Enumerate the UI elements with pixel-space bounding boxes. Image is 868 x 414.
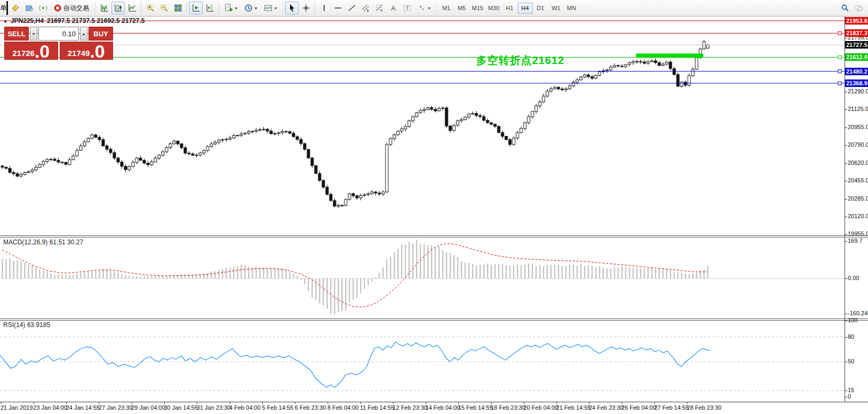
price-badge-21368.9[interactable]: 21368.9 [845, 79, 868, 87]
pivot-annotation: 多空转折点21612 [476, 53, 565, 68]
time-label: 23 Jan 04:00 [33, 404, 67, 411]
price-badge-21837.3[interactable]: 21837.3 [845, 29, 868, 37]
time-label: 24 Feb 23:30 [589, 404, 623, 411]
level-handle[interactable] [838, 70, 841, 73]
toolbar-separator [187, 2, 187, 14]
dropdown-caret-icon: ▾ [275, 6, 277, 11]
sell-price-display[interactable]: 21726.0 [4, 42, 58, 60]
arrows-button[interactable]: ▾ [414, 2, 433, 14]
fibonacci-button[interactable]: F [373, 2, 386, 14]
rsi-tick-label: 80 [848, 333, 854, 340]
chat-icon [854, 4, 863, 12]
timeframe-w1[interactable]: W1 [549, 3, 564, 14]
rsi-tick-label: 50 [848, 358, 854, 364]
market-watch-button[interactable] [22, 2, 36, 14]
chart-shift-icon [206, 4, 214, 12]
text-button[interactable]: A [387, 2, 400, 14]
rsi-tick-dash [845, 397, 847, 397]
volume-increase-button[interactable]: ▴ [80, 27, 87, 41]
zoom-in-button[interactable] [143, 2, 157, 14]
trendline-icon [348, 4, 356, 12]
channel-button[interactable]: E [359, 2, 372, 14]
macd-tick-dash [845, 241, 847, 242]
level-handle[interactable] [838, 82, 841, 85]
trendline-button[interactable] [345, 2, 358, 14]
price-tick-label: 21125.0 [848, 106, 868, 112]
horizontal-line-button[interactable] [331, 2, 344, 14]
vertical-line-icon [320, 4, 328, 12]
timeframe-d1[interactable]: D1 [533, 3, 548, 14]
macd-label: MACD(12,26,9) 61.51 30.27 [3, 238, 83, 246]
time-label: 28 Feb 23:30 [687, 404, 721, 411]
bar-chart-icon [100, 4, 109, 12]
time-axis[interactable]: 21 Jan 201923 Jan 04:0024 Jan 14:5527 Ja… [1, 402, 721, 411]
zoom-out-button[interactable] [157, 2, 171, 14]
time-label: 30 Jan 14:55 [164, 404, 198, 411]
vertical-line-button[interactable] [317, 2, 331, 14]
line-chart-icon [128, 4, 136, 12]
price-badge-21727.5[interactable]: 21727.5 [845, 41, 868, 49]
text-label-button[interactable]: T [400, 2, 414, 14]
horizontal-line-icon [334, 4, 342, 12]
autotrading-button[interactable]: 自动交易 [50, 2, 92, 14]
time-label: 29 Jan 04:00 [131, 404, 165, 411]
timeframe-m30[interactable]: M30 [486, 3, 501, 14]
price-badge-21480.2[interactable]: 21480.2 [845, 68, 868, 75]
volume-input[interactable] [38, 27, 79, 41]
time-label: 27 Feb 14:55 [654, 404, 689, 411]
candlestick-chart-button[interactable] [111, 2, 125, 14]
crosshair-button[interactable] [299, 2, 312, 14]
time-label: 8 Feb 04:00 [327, 404, 359, 411]
bar-chart-button[interactable] [98, 2, 111, 14]
rsi-tick-dash [845, 391, 847, 391]
macd-histogram [3, 240, 708, 314]
buy-button[interactable]: BUY [89, 27, 113, 41]
tile-windows-button[interactable] [171, 2, 184, 14]
price-tick-dash [845, 234, 847, 235]
new-order-button[interactable] [9, 2, 22, 14]
price-badge-21953.8[interactable]: 21953.8 [845, 17, 868, 25]
price-tick-dash [845, 145, 847, 146]
chat-button[interactable] [851, 2, 865, 14]
periods-button[interactable]: ▾ [241, 2, 260, 14]
level-handle[interactable] [838, 31, 841, 35]
support-zone-band[interactable] [636, 53, 703, 58]
macd-tick-dash [845, 314, 847, 314]
chart-shift-button[interactable] [203, 2, 216, 14]
time-label: 14 Feb 04:00 [425, 404, 460, 411]
timeframe-m15[interactable]: M15 [470, 3, 485, 14]
chart-title-row: ▲ JPN225,H4 21697.5 21737.5 21692.5 2172… [3, 17, 144, 25]
timeframe-m1[interactable]: M1 [439, 3, 454, 14]
signals-button[interactable] [36, 2, 50, 14]
volume-decrease-button[interactable]: ▾ [30, 27, 37, 41]
search-button[interactable] [838, 2, 851, 14]
line-chart-button[interactable] [125, 2, 139, 14]
price-axis[interactable]: 21795.021290.021125.020955.020790.020620… [845, 17, 868, 402]
pane-separator-macd[interactable] [0, 235, 868, 237]
cursor-button[interactable] [285, 2, 299, 14]
time-label: 24 Jan 14:55 [66, 404, 100, 411]
one-click-toggle[interactable]: ▲ [3, 19, 7, 23]
timeframe-m5[interactable]: M5 [454, 3, 469, 14]
pane-separator-rsi[interactable] [0, 319, 868, 321]
one-click-trade-panel: SELL ▾ ▴ BUY 21726.0 21749.0 [4, 27, 113, 60]
timeframe-h1[interactable]: H1 [502, 3, 517, 14]
svg-text:F: F [381, 9, 383, 12]
buy-price-display[interactable]: 21749.0 [60, 42, 114, 60]
templates-button[interactable]: ▾ [261, 2, 280, 14]
price-badge-21612.0[interactable]: 21612.0 [845, 53, 868, 61]
time-label: 31 Jan 23:30 [197, 404, 231, 411]
indicators-button[interactable]: ▾ [221, 2, 240, 14]
time-label: 5 Feb 14:55 [262, 404, 293, 411]
level-handle[interactable] [838, 55, 841, 59]
timeframe-h4[interactable]: H4 [518, 3, 533, 14]
auto-scroll-button[interactable] [189, 2, 203, 14]
sell-button[interactable]: SELL [4, 27, 29, 41]
price-tick-dash [845, 128, 847, 128]
search-icon [841, 4, 849, 12]
zoom-in-icon [146, 4, 155, 12]
rsi-tick-label: 100 [848, 317, 857, 323]
rsi-tick-dash [845, 362, 847, 362]
timeframe-mn[interactable]: MN [564, 3, 579, 14]
toolbar-separator [219, 2, 219, 14]
